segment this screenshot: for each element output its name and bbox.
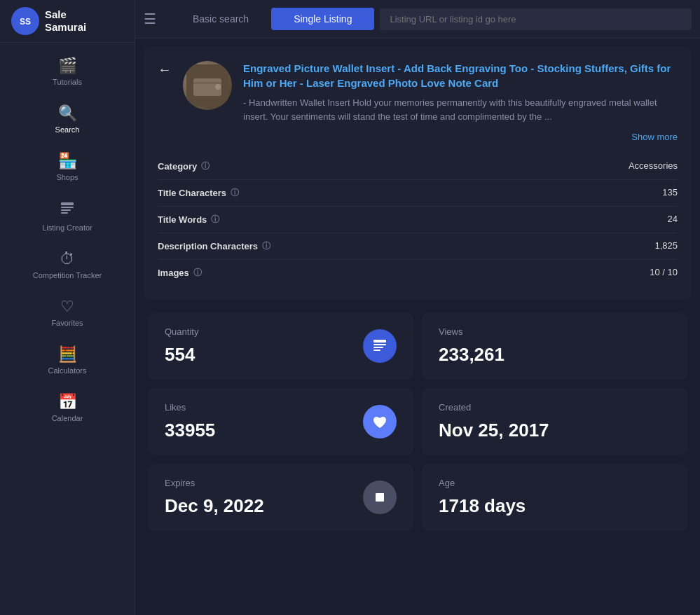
svg-rect-13 (373, 350, 380, 351)
stat-value-quantity: 554 (165, 344, 397, 366)
meta-value-desc-chars: 1,825 (654, 240, 678, 252)
tab-bar: ☰ Basic search Single Listing (135, 0, 700, 39)
listing-header: ← Engraved Picture Wallet Insert - Add B… (158, 61, 678, 123)
svg-rect-3 (61, 207, 74, 208)
tutorials-icon: 🎬 (58, 58, 77, 74)
sidebar-item-favorites[interactable]: ♡ Favorites (0, 289, 135, 337)
meta-label-category: Category ⓘ (158, 160, 210, 172)
logo[interactable]: SS SaleSamurai (0, 0, 135, 43)
desc-chars-info-icon[interactable]: ⓘ (262, 240, 270, 252)
stat-label-expires: Expires (165, 478, 397, 488)
svg-rect-5 (61, 212, 68, 214)
stat-card-likes: Likes 33955 (148, 388, 413, 455)
meta-row-title-words: Title Words ⓘ 24 (158, 207, 678, 233)
show-more-container: Show more (158, 132, 678, 142)
meta-value-title-words: 24 (668, 214, 678, 226)
sidebar-item-calculators[interactable]: 🧮 Calculators (0, 337, 135, 385)
sidebar-nav: 🎬 Tutorials 🔍 Search 🏪 Shops Listing Cre… (0, 43, 135, 438)
sidebar-item-label: Tutorials (53, 78, 82, 86)
shops-icon: 🏪 (58, 153, 77, 169)
content-area: ← Engraved Picture Wallet Insert - Add B… (135, 39, 700, 615)
listing-card: ← Engraved Picture Wallet Insert - Add B… (144, 47, 692, 300)
main-content: ☰ Basic search Single Listing ← (135, 0, 700, 615)
svg-rect-14 (376, 493, 384, 502)
sidebar-item-shops-label: Shops (56, 173, 78, 181)
sidebar-item-search[interactable]: 🔍 Search (0, 96, 135, 144)
listing-info: Engraved Picture Wallet Insert - Add Bac… (243, 61, 678, 123)
title-words-info-icon[interactable]: ⓘ (211, 214, 219, 226)
meta-label-images: Images ⓘ (158, 267, 202, 279)
listing-creator-icon (60, 201, 75, 219)
stat-card-expires: Expires Dec 9, 2022 (148, 464, 413, 531)
meta-row-title-chars: Title Characters ⓘ 135 (158, 180, 678, 207)
thumbnail-image (183, 61, 232, 110)
sidebar-item-competition-label: Competition Tracker (33, 271, 102, 279)
svg-rect-2 (61, 202, 74, 205)
sidebar-item-listing-creator[interactable]: Listing Creator (0, 191, 135, 242)
stat-card-quantity: Quantity 554 (148, 312, 413, 380)
stat-label-likes: Likes (165, 402, 397, 413)
stat-label-views: Views (439, 326, 671, 337)
logo-text: SaleSamurai (45, 8, 86, 34)
expires-icon (363, 481, 397, 514)
stat-label-age: Age (439, 478, 671, 488)
svg-rect-12 (373, 347, 383, 348)
meta-row-images: Images ⓘ 10 / 10 (158, 260, 678, 286)
likes-icon (363, 405, 397, 438)
competition-tracker-icon: ⏱ (60, 251, 75, 267)
meta-value-category: Accessories (629, 160, 678, 172)
svg-text:SS: SS (20, 17, 31, 27)
category-info-icon[interactable]: ⓘ (201, 160, 210, 172)
listing-url-input[interactable] (380, 8, 692, 30)
logo-icon: SS (11, 7, 39, 35)
stats-grid: Quantity 554 Views 233,261 Likes (144, 308, 692, 535)
sidebar-item-calculators-label: Calculators (48, 366, 86, 375)
stat-card-created: Created Nov 25, 2017 (422, 388, 687, 455)
stat-card-age: Age 1718 days (422, 464, 687, 531)
hamburger-menu[interactable]: ☰ (144, 11, 156, 27)
stat-value-expires: Dec 9, 2022 (165, 495, 397, 517)
title-chars-info-icon[interactable]: ⓘ (231, 187, 239, 199)
svg-point-9 (215, 84, 221, 90)
tab-single-listing[interactable]: Single Listing (271, 8, 374, 30)
stat-card-views: Views 233,261 (422, 312, 687, 380)
meta-label-title-chars: Title Characters ⓘ (158, 187, 239, 199)
calculators-icon: 🧮 (58, 347, 77, 362)
stat-value-likes: 33955 (165, 420, 397, 441)
stat-label-quantity: Quantity (165, 326, 397, 337)
sidebar-item-calendar-label: Calendar (52, 414, 83, 422)
favorites-icon: ♡ (60, 299, 74, 315)
sidebar-item-tutorials[interactable]: 🎬 Tutorials (0, 48, 135, 96)
tab-basic-search[interactable]: Basic search (170, 8, 271, 30)
meta-label-title-words: Title Words ⓘ (158, 214, 219, 226)
svg-rect-8 (193, 82, 221, 84)
svg-rect-4 (61, 209, 71, 211)
sidebar-item-favorites-label: Favorites (51, 319, 83, 327)
search-icon: 🔍 (58, 106, 77, 121)
sidebar-item-search-label: Search (55, 125, 80, 134)
sidebar-item-listing-creator-label: Listing Creator (42, 223, 92, 232)
stat-value-age: 1718 days (439, 495, 671, 517)
sidebar: SS SaleSamurai 🎬 Tutorials 🔍 Search 🏪 Sh… (0, 0, 135, 615)
back-button[interactable]: ← (158, 62, 172, 76)
meta-row-category: Category ⓘ Accessories (158, 153, 678, 180)
listing-description: - Handwritten Wallet Insert Hold your me… (243, 96, 678, 123)
meta-value-title-chars: 135 (662, 187, 678, 199)
sidebar-item-calendar[interactable]: 📅 Calendar (0, 385, 135, 432)
images-info-icon[interactable]: ⓘ (193, 267, 202, 279)
show-more-button[interactable]: Show more (631, 132, 678, 142)
listing-metadata: Category ⓘ Accessories Title Characters … (158, 153, 678, 286)
stat-label-created: Created (439, 402, 671, 413)
meta-row-desc-chars: Description Characters ⓘ 1,825 (158, 233, 678, 260)
stat-value-views: 233,261 (439, 344, 671, 366)
listing-title[interactable]: Engraved Picture Wallet Insert - Add Bac… (243, 61, 678, 90)
quantity-icon (363, 329, 397, 363)
listing-thumbnail (183, 61, 232, 110)
meta-value-images: 10 / 10 (650, 267, 678, 279)
meta-label-desc-chars: Description Characters ⓘ (158, 240, 270, 252)
svg-rect-11 (373, 344, 386, 345)
sidebar-item-competition-tracker[interactable]: ⏱ Competition Tracker (0, 242, 135, 289)
stat-value-created: Nov 25, 2017 (439, 420, 671, 441)
calendar-icon: 📅 (58, 394, 77, 410)
sidebar-item-shops[interactable]: 🏪 Shops (0, 144, 135, 191)
